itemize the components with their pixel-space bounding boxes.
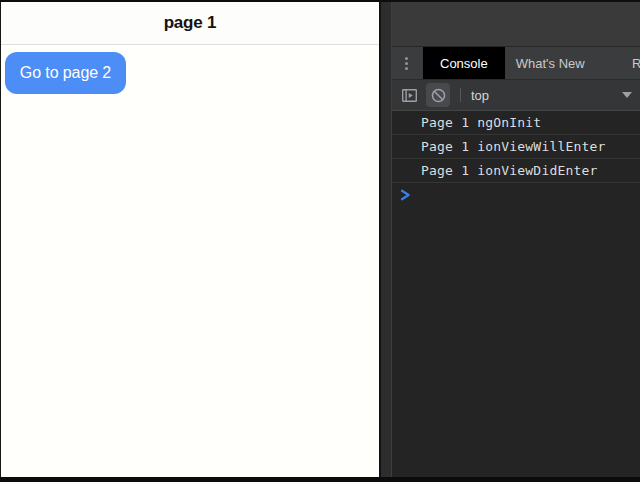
tab-console[interactable]: Console xyxy=(423,47,505,79)
console-messages-area: Page 1 ngOnInit Page 1 ionViewWillEnter … xyxy=(392,111,640,207)
app-header: page 1 xyxy=(1,2,379,45)
app-preview-panel: page 1 Go to page 2 xyxy=(0,2,379,477)
page-title: page 1 xyxy=(164,13,217,33)
go-to-page-2-button[interactable]: Go to page 2 xyxy=(5,52,126,94)
devtools-tab-bar: Console What's New R xyxy=(392,47,640,80)
toolbar-separator xyxy=(460,88,461,102)
panel-divider[interactable] xyxy=(379,0,392,477)
window-bottom-edge xyxy=(0,477,640,482)
console-toolbar: top xyxy=(392,80,640,111)
frame-context-selector[interactable]: top xyxy=(471,88,489,103)
chevron-down-icon[interactable] xyxy=(622,92,632,98)
chevron-right-icon xyxy=(400,189,411,201)
window-top-edge xyxy=(0,0,640,2)
console-prompt[interactable] xyxy=(392,183,640,207)
kebab-menu-icon[interactable] xyxy=(395,51,417,75)
console-message: Page 1 ionViewWillEnter xyxy=(392,135,640,159)
console-message: Page 1 ionViewDidEnter xyxy=(392,159,640,183)
screen: { "app": { "title": "page 1", "button_la… xyxy=(0,0,640,482)
tab-whats-new[interactable]: What's New xyxy=(506,47,595,79)
tab-clipped[interactable]: R xyxy=(632,47,640,79)
devtools-blank-area xyxy=(392,0,640,47)
devtools-panel: Console What's New R top Page 1 ngOnInit… xyxy=(392,0,640,477)
console-message: Page 1 ngOnInit xyxy=(392,111,640,135)
console-sidebar-icon[interactable] xyxy=(397,83,421,107)
clear-console-icon[interactable] xyxy=(426,83,450,107)
